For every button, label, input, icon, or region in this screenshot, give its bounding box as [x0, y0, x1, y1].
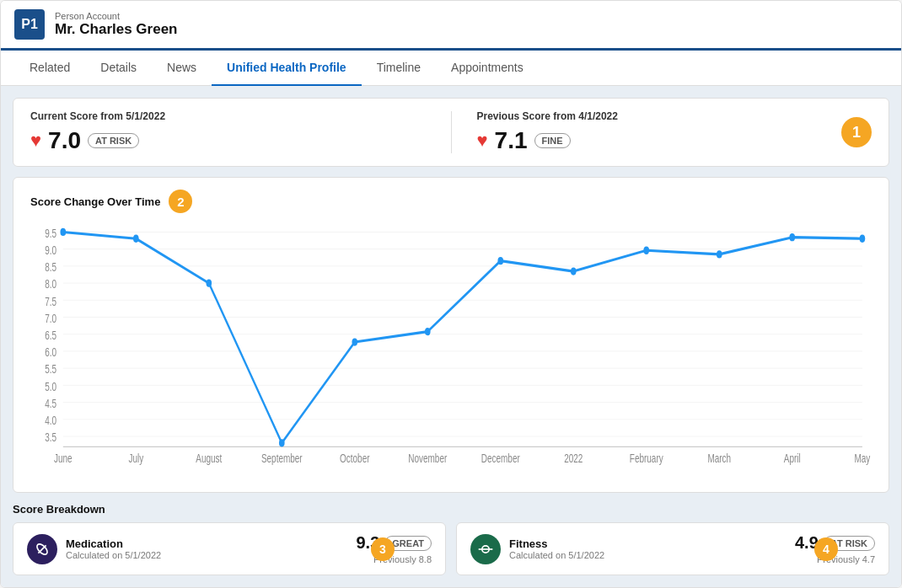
- svg-point-30: [279, 439, 285, 446]
- svg-point-27: [60, 228, 66, 236]
- svg-text:9.0: 9.0: [45, 243, 56, 257]
- current-heart-icon: ♥: [30, 130, 41, 152]
- svg-text:June: June: [54, 452, 72, 465]
- svg-text:5.0: 5.0: [45, 380, 56, 393]
- main-content: Current Score from 5/1/2022 ♥ 7.0 AT RIS…: [1, 86, 901, 587]
- fitness-date: Calculated on 5/1/2022: [509, 550, 787, 560]
- score-row: Current Score from 5/1/2022 ♥ 7.0 AT RIS…: [13, 98, 889, 167]
- chart-section: Score Change Over Time 2 9.5 9.0 8.5 8.0…: [13, 177, 889, 493]
- step-badge-3: 3: [371, 537, 395, 561]
- chart-header: Score Change Over Time 2: [30, 190, 872, 213]
- svg-text:2022: 2022: [564, 452, 583, 465]
- svg-text:April: April: [784, 452, 801, 465]
- fitness-name: Fitness: [509, 537, 787, 550]
- svg-text:3.5: 3.5: [45, 431, 56, 445]
- medication-info: Medication Calculated on 5/1/2022: [66, 537, 348, 560]
- line-chart: 9.5 9.0 8.5 8.0 7.5 7.0 6.5 6.0 5.5 5.0 …: [30, 222, 872, 484]
- svg-line-52: [38, 545, 46, 553]
- step-badge-1: 1: [841, 117, 872, 147]
- svg-text:August: August: [196, 452, 223, 465]
- svg-point-29: [206, 279, 212, 286]
- breakdown-card-fitness: Fitness Calculated on 5/1/2022 4 4.9 AT …: [456, 522, 889, 575]
- svg-point-36: [717, 250, 722, 258]
- fitness-icon: [470, 534, 501, 564]
- svg-text:6.5: 6.5: [45, 329, 56, 342]
- header-icon-label: P1: [21, 17, 38, 32]
- svg-text:4.0: 4.0: [45, 414, 56, 427]
- tab-details[interactable]: Details: [85, 51, 152, 86]
- svg-text:November: November: [408, 452, 447, 465]
- chart-title: Score Change Over Time: [30, 195, 160, 208]
- medication-name: Medication: [66, 537, 348, 550]
- app-container: P1 Person Account Mr. Charles Green Rela…: [0, 0, 902, 588]
- tab-unified-health-profile[interactable]: Unified Health Profile: [212, 51, 362, 86]
- svg-text:July: July: [128, 452, 143, 465]
- current-score-label: Current Score from 5/1/2022: [30, 110, 426, 122]
- medication-icon: [27, 534, 57, 564]
- step-badge-2: 2: [169, 190, 192, 213]
- svg-text:8.5: 8.5: [45, 260, 56, 274]
- tab-news[interactable]: News: [152, 51, 212, 86]
- current-score-value-row: ♥ 7.0 AT RISK: [30, 127, 426, 154]
- score-divider: [451, 111, 452, 153]
- svg-text:4.5: 4.5: [45, 397, 56, 410]
- svg-point-37: [789, 233, 795, 241]
- nav-tabs: Related Details News Unified Health Prof…: [1, 51, 901, 86]
- previous-score-section: Previous Score from 4/1/2022 ♥ 7.1 FINE: [477, 110, 872, 154]
- previous-score-number: 7.1: [495, 127, 528, 154]
- breakdown-title: Score Breakdown: [13, 503, 889, 516]
- svg-text:7.0: 7.0: [45, 312, 56, 325]
- header-info: Person Account Mr. Charles Green: [55, 11, 178, 38]
- svg-text:February: February: [630, 452, 664, 465]
- svg-text:March: March: [707, 452, 731, 465]
- svg-text:7.5: 7.5: [45, 295, 56, 308]
- svg-point-33: [497, 257, 503, 265]
- tab-related[interactable]: Related: [14, 51, 85, 86]
- breakdown-cards: Medication Calculated on 5/1/2022 3 9.3 …: [13, 522, 889, 575]
- current-score-badge: AT RISK: [88, 133, 139, 148]
- previous-score-badge: FINE: [534, 133, 571, 148]
- svg-text:October: October: [340, 452, 369, 465]
- svg-point-32: [425, 328, 431, 335]
- svg-point-38: [860, 235, 866, 243]
- svg-text:September: September: [261, 452, 303, 465]
- medication-date: Calculated on 5/1/2022: [66, 550, 348, 560]
- tab-appointments[interactable]: Appointments: [436, 51, 539, 86]
- breakdown-card-medication: Medication Calculated on 5/1/2022 3 9.3 …: [13, 522, 446, 575]
- previous-heart-icon: ♥: [477, 130, 488, 152]
- account-name: Mr. Charles Green: [55, 21, 178, 38]
- step-badge-4: 4: [814, 537, 838, 561]
- chart-area: 9.5 9.0 8.5 8.0 7.5 7.0 6.5 6.0 5.5 5.0 …: [30, 222, 872, 484]
- current-score-section: Current Score from 5/1/2022 ♥ 7.0 AT RIS…: [30, 110, 426, 154]
- svg-text:5.5: 5.5: [45, 363, 56, 377]
- svg-text:8.0: 8.0: [45, 278, 56, 291]
- fitness-info: Fitness Calculated on 5/1/2022: [509, 537, 787, 560]
- previous-score-value-row: ♥ 7.1 FINE: [477, 127, 872, 154]
- svg-point-28: [133, 235, 139, 243]
- account-type: Person Account: [55, 11, 178, 21]
- svg-point-31: [352, 338, 357, 345]
- svg-text:6.0: 6.0: [45, 345, 56, 359]
- svg-text:December: December: [481, 452, 520, 465]
- current-score-number: 7.0: [48, 127, 81, 154]
- previous-score-label: Previous Score from 4/1/2022: [477, 110, 872, 122]
- svg-text:May: May: [854, 452, 871, 465]
- svg-text:9.5: 9.5: [45, 227, 56, 240]
- svg-point-35: [643, 247, 649, 254]
- header: P1 Person Account Mr. Charles Green: [1, 1, 901, 51]
- header-icon: P1: [14, 9, 45, 40]
- breakdown-section: Score Breakdown Medication Calculated on…: [13, 503, 889, 575]
- svg-point-34: [571, 267, 577, 275]
- tab-timeline[interactable]: Timeline: [362, 51, 436, 86]
